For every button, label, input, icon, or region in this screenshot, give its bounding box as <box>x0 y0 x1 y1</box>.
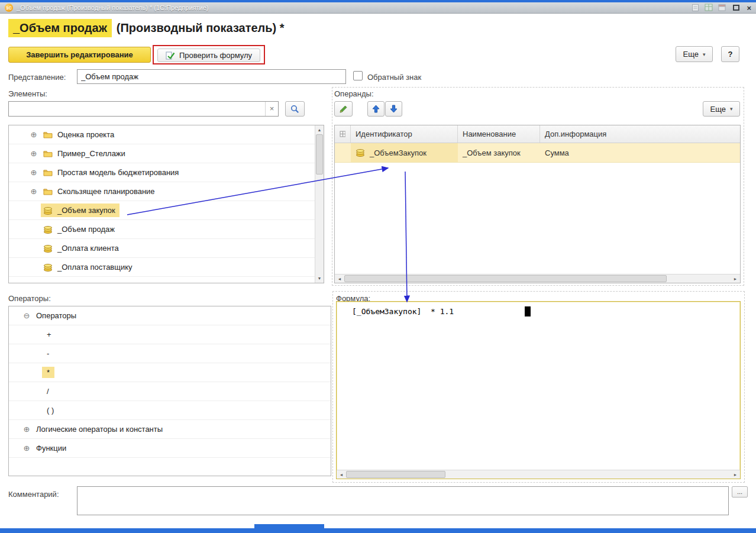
scroll-left-icon[interactable]: ◄ <box>335 274 344 283</box>
chevron-down-icon: ▾ <box>730 106 733 112</box>
clipboard-icon[interactable] <box>692 4 699 12</box>
arrow-down-icon <box>390 105 398 113</box>
column-header-identifier[interactable]: Идентификатор <box>351 125 458 143</box>
expand-icon[interactable]: ⊕ <box>22 425 31 434</box>
elements-search-input[interactable] <box>9 102 265 116</box>
tree-item-indicator-selected[interactable]: _Объем закупок <box>9 201 315 220</box>
operators-group-row[interactable]: ⊕ Функции <box>9 439 331 458</box>
close-window-button[interactable]: × <box>747 4 751 12</box>
more-button-operands[interactable]: Еще ▾ <box>703 101 740 117</box>
inverse-sign-checkbox[interactable] <box>353 71 363 80</box>
tree-item-label: Оценка проекта <box>57 130 114 139</box>
scroll-right-icon[interactable]: ► <box>731 470 739 479</box>
expand-icon[interactable]: ⊕ <box>22 444 31 453</box>
window-frame-bottom <box>0 528 756 533</box>
search-button[interactable] <box>285 101 305 117</box>
formula-hscrollbar[interactable]: ◄ ► <box>337 470 740 479</box>
page-title-name: _Объем продаж <box>8 19 112 37</box>
scrollbar-thumb[interactable] <box>344 275 667 282</box>
table-icon[interactable] <box>705 4 713 12</box>
more-label: Еще <box>710 105 726 114</box>
check-formula-label: Проверить формулу <box>179 51 252 60</box>
operand-identifier: _ОбъемЗакупок <box>370 148 427 157</box>
finish-editing-label: Завершить редактирование <box>26 50 133 59</box>
tree-item-indicator[interactable]: _Объем продаж <box>9 220 315 239</box>
indicator-icon <box>43 206 53 215</box>
inverse-sign-label: Обратный знак <box>367 73 421 82</box>
expand-icon[interactable]: ⊕ <box>29 168 38 177</box>
operator-label: / <box>47 387 49 396</box>
page-title-suffix: (Производный показатель) * <box>117 21 285 35</box>
operands-label: Операнды: <box>334 89 374 98</box>
elements-tree: ⊕ Оценка проекта ⊕ Пример_Стеллажи ⊕ Про… <box>8 125 324 283</box>
scroll-up-icon[interactable]: ▲ <box>315 125 324 134</box>
operator-row[interactable]: + <box>9 325 331 344</box>
tree-item-label: Простая модель бюджетирования <box>57 168 179 177</box>
operands-table-header: Идентификатор Наименование Доп.информаци… <box>335 125 740 143</box>
scrollbar-thumb[interactable] <box>346 471 445 478</box>
edit-operand-button[interactable] <box>334 101 353 117</box>
collapse-icon[interactable]: ⊖ <box>22 311 31 320</box>
check-formula-button[interactable]: Проверить формулу <box>157 49 260 62</box>
operands-hscrollbar[interactable]: ◄ ► <box>335 274 740 283</box>
operator-row[interactable]: / <box>9 382 331 401</box>
operators-group-row[interactable]: ⊕ Логические операторы и константы <box>9 420 331 439</box>
operator-label: Логические операторы и константы <box>36 425 163 434</box>
operator-label: + <box>47 330 51 339</box>
formula-text: [_ОбъемЗакупок] * 1.1 <box>352 307 454 316</box>
expand-icon[interactable]: ⊕ <box>29 149 38 158</box>
column-header-name[interactable]: Наименование <box>458 125 540 143</box>
row-marker-column-icon[interactable] <box>335 125 351 143</box>
operator-row[interactable]: ( ) <box>9 401 331 420</box>
check-formula-icon <box>166 51 175 60</box>
formula-editor[interactable]: [_ОбъемЗакупок] * 1.1 ◄ ► <box>336 301 741 479</box>
scroll-right-icon[interactable]: ► <box>731 274 739 283</box>
tree-item-folder[interactable]: ⊕ Пример_Стеллажи <box>9 144 315 163</box>
operand-name: _Объем закупок <box>463 148 521 157</box>
operator-label: * <box>42 367 54 378</box>
operand-info: Сумма <box>545 148 569 157</box>
tree-item-indicator[interactable]: _Оплата клиента <box>9 239 315 258</box>
operand-row[interactable]: _ОбъемЗакупок _Объем закупок Сумма <box>335 143 740 163</box>
calendar-icon[interactable] <box>718 4 726 12</box>
scroll-down-icon[interactable]: ▼ <box>315 274 324 283</box>
scroll-left-icon[interactable]: ◄ <box>337 470 345 479</box>
comment-more-button[interactable]: ... <box>732 486 748 498</box>
scrollbar-thumb[interactable] <box>316 134 323 175</box>
expand-icon[interactable]: ⊕ <box>29 130 38 139</box>
tree-item-label: _Оплата поставщику <box>57 263 133 272</box>
elements-scrollbar[interactable]: ▲ ▼ <box>315 125 324 283</box>
page-title: _Объем продаж (Производный показатель) * <box>8 18 285 38</box>
indicator-icon <box>356 148 365 157</box>
move-up-button[interactable] <box>367 101 385 117</box>
operator-label: ( ) <box>47 406 54 415</box>
tree-item-folder[interactable]: ⊕ Скользящее планирование <box>9 182 315 201</box>
expand-icon[interactable]: ⊕ <box>29 187 38 196</box>
operator-label: Операторы <box>36 311 76 320</box>
operands-table: Идентификатор Наименование Доп.информаци… <box>334 125 741 283</box>
move-down-button[interactable] <box>385 101 402 117</box>
comment-input[interactable] <box>77 486 729 515</box>
tree-item-indicator[interactable]: _Оплата поставщику <box>9 258 315 277</box>
operator-row-selected[interactable]: * <box>9 363 331 382</box>
arrow-up-icon <box>372 105 380 113</box>
tree-item-folder[interactable]: ⊕ Простая модель бюджетирования <box>9 163 315 182</box>
operators-group-row[interactable]: ⊖ Операторы <box>9 306 331 325</box>
pencil-icon <box>339 105 348 114</box>
restore-window-button[interactable] <box>733 5 739 11</box>
indicator-icon <box>43 225 53 234</box>
titlebar: 1С _Объем продаж (Производный показатель… <box>0 2 756 14</box>
finish-editing-button[interactable]: Завершить редактирование <box>8 47 151 63</box>
operators-label: Операторы: <box>8 294 51 303</box>
column-header-info[interactable]: Доп.информация <box>540 125 740 143</box>
help-button[interactable]: ? <box>721 46 739 62</box>
tree-item-folder[interactable]: ⊕ Оценка проекта <box>9 125 315 144</box>
elements-search: × <box>8 101 279 117</box>
presentation-input[interactable] <box>77 69 346 84</box>
chevron-down-icon: ▾ <box>703 51 706 57</box>
clear-search-icon[interactable]: × <box>265 102 278 116</box>
folder-icon <box>43 131 53 138</box>
comment-label: Комментарий: <box>8 490 59 499</box>
more-button-top[interactable]: Еще ▾ <box>676 46 713 62</box>
operator-row[interactable]: - <box>9 344 331 363</box>
